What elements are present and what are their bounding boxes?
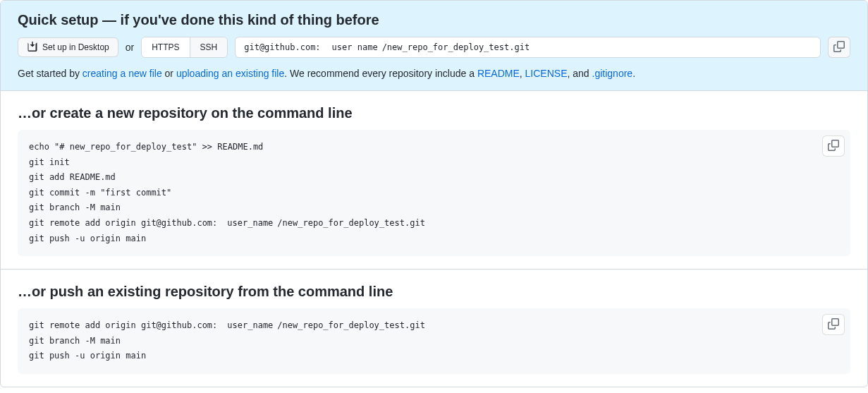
copy-url-button[interactable] [828,37,850,58]
copy-icon [833,41,845,54]
clone-url-user: user name [332,42,378,52]
code-line: git push -u origin main [29,349,839,364]
code-line: echo "# new_repo_for_deploy_test" >> REA… [29,140,839,155]
desktop-download-icon [27,41,38,54]
code-path: /new_repo_for_deploy_test.git [277,320,425,330]
https-button[interactable]: HTTPS [142,37,189,57]
code-line: git push -u origin main [29,231,839,247]
help-comma1: , [520,68,525,79]
link-gitignore[interactable]: .gitignore [592,68,633,79]
code-prefix: git remote add origin git@github.com: [29,218,217,228]
code-user: user_name [227,218,273,228]
quick-setup-title: Quick setup — if you've done this kind o… [18,12,850,28]
code-line: git branch -M main [29,334,839,349]
quick-setup-panel: Quick setup — if you've done this kind o… [1,1,867,91]
ssh-button[interactable]: SSH [190,37,228,57]
help-comma2: , and [568,68,592,79]
code-line: git remote add origin git@github.com:use… [29,216,839,231]
code-line: git remote add origin git@github.com:use… [29,318,839,334]
push-repo-title: …or push an existing repository from the… [18,284,850,300]
link-readme[interactable]: README [477,68,520,79]
code-line: git add README.md [29,170,839,186]
copy-icon [828,318,839,332]
code-line: git init [29,155,839,171]
create-repo-title: …or create a new repository on the comma… [18,105,850,121]
link-license[interactable]: LICENSE [525,68,568,79]
setup-in-desktop-label: Set up in Desktop [42,42,109,52]
create-repo-section: …or create a new repository on the comma… [1,91,867,270]
code-prefix: git remote add origin git@github.com: [29,320,217,330]
help-text: Get started by creating a new file or up… [18,68,850,79]
help-mid: . We recommend every repository include … [284,68,477,79]
setup-control-row: Set up in Desktop or HTTPS SSH git@githu… [18,37,850,58]
push-repo-code: git remote add origin git@github.com:use… [18,308,850,374]
protocol-toggle: HTTPS SSH [141,37,228,58]
copy-icon [828,140,839,153]
help-or: or [162,68,176,79]
copy-create-repo-button[interactable] [822,135,845,157]
code-line: git branch -M main [29,200,839,216]
copy-push-repo-button[interactable] [822,314,845,335]
push-repo-section: …or push an existing repository from the… [1,270,867,387]
code-path: /new_repo_for_deploy_test.git [277,218,425,228]
or-label: or [126,42,134,53]
code-line: git commit -m "first commit" [29,186,839,201]
help-period: . [632,68,635,79]
link-new-file[interactable]: creating a new file [82,68,162,79]
clone-url-prefix: git@github.com: [244,42,320,52]
clone-url-field[interactable]: git@github.com: user name /new_repo_for_… [235,37,821,58]
clone-url-path: /new_repo_for_deploy_test.git [382,42,530,52]
help-prefix: Get started by [18,68,82,79]
setup-in-desktop-button[interactable]: Set up in Desktop [18,37,118,57]
link-upload-file[interactable]: uploading an existing file [176,68,284,79]
create-repo-code: echo "# new_repo_for_deploy_test" >> REA… [18,130,850,256]
code-user: user_name [227,320,273,330]
